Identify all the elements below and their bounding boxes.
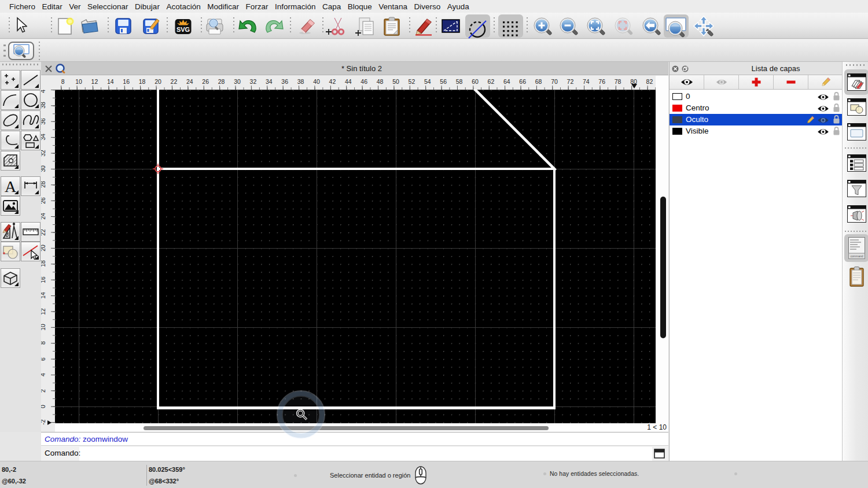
svg-text:A: A: [5, 178, 17, 195]
svg-text:SVG: SVG: [176, 26, 190, 33]
svg-text:command: command: [851, 254, 863, 258]
